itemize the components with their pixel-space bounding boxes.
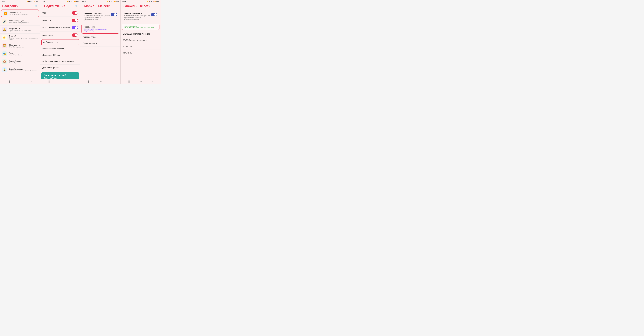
themes-subtitle: Темы · Обои · Значки (9, 54, 38, 56)
page-title-4: Мобильные сети (124, 4, 150, 8)
nav-bar-3: ||| ○ ‹ (80, 79, 120, 84)
panel-connections: 10:08 🔔 📵 🔊 📍 📶 95% ‹ Подключения 🔍 Wi-F… (40, 0, 80, 84)
connection-hotspot[interactable]: Мобильная точка доступа и модем (40, 58, 80, 64)
search-banner[interactable]: Ищете что-то другое? Samsung Cloud (41, 72, 79, 79)
status-bar-3: 10:08 🔔 📵 🔊 📍 📶 95% (80, 0, 120, 3)
search-icon-2[interactable]: 🔍 (75, 4, 78, 8)
connection-wifi[interactable]: Wi-Fi (40, 9, 80, 17)
status-bar-4: 10:08 🔔 📵 🔊 📍 📶 95% (120, 0, 160, 3)
nav-back-btn-3[interactable]: ‹ (110, 80, 114, 84)
wifi-toggle[interactable] (72, 11, 78, 14)
status-bar-2: 10:08 🔔 📵 🔊 📍 📶 95% (40, 0, 80, 3)
display-subtitle: Яркость · Комфорт для глаз · Навигационн… (9, 37, 38, 40)
status-icons-4: 🔔 📵 🔊 📍 📶 95% (147, 1, 159, 2)
network-mode-item[interactable]: Режим сети 5G/LTE/3G/2G (автоматическое … (82, 24, 119, 34)
nav-menu-btn-1[interactable]: ||| (7, 80, 11, 84)
nav-menu-btn-4[interactable]: ||| (127, 80, 132, 84)
connections-subtitle: Wi-Fi · Bluetooth · Авиарежим (10, 14, 37, 16)
search-icon-1[interactable]: 🔍 (35, 4, 38, 8)
network-dropdown-list: Данные в роуминге За использование мобил… (120, 9, 160, 79)
back-arrow-4[interactable]: ‹ (123, 4, 124, 8)
connection-nfc[interactable]: NFC и бесконтактные платежи (40, 24, 80, 32)
connections-list: Wi-Fi Bluetooth NFC и бесконтактные плат… (40, 9, 80, 79)
wifi-label: Wi-Fi (42, 12, 47, 14)
nav-home-btn-1[interactable]: ○ (19, 80, 22, 84)
nav-bar-4: ||| ○ ‹ (120, 79, 160, 84)
back-arrow-2[interactable]: ‹ (42, 4, 43, 8)
nav-back-btn-1[interactable]: ‹ (30, 80, 33, 84)
nfc-toggle[interactable] (72, 26, 78, 30)
dropdown-selected[interactable]: 5G/LTE/3G/2G (автоматическое по... ✓ (122, 24, 160, 30)
sound-title: Звуки и вибрация (9, 20, 38, 22)
dropdown-option-only2g[interactable]: Только 2G (120, 50, 160, 56)
connections-title: Подключения (10, 12, 37, 14)
nav-menu-btn-3[interactable]: ||| (87, 80, 91, 84)
status-time-1: 10:08 (2, 1, 5, 2)
connection-sim-manager[interactable]: Диспетчер SIM-карт (40, 52, 80, 58)
chevron-down-icon: ✓ (156, 26, 158, 28)
network-operators-title: Операторы сети (82, 42, 118, 44)
search-banner-title: Ищете что-то другое? (44, 74, 77, 76)
homescreen-icon: 🏠 (2, 59, 7, 64)
settings-item-notifications[interactable]: 🔔 Уведомления Строка состояния · Не бесп… (0, 26, 40, 34)
roaming-block: Данные в роуминге За использование мобил… (82, 10, 119, 23)
nav-home-btn-2[interactable]: ○ (59, 80, 63, 84)
settings-item-sound[interactable]: 🔊 Звуки и вибрация Режим звука · Мелодия… (0, 18, 40, 26)
nfc-label: NFC и бесконтактные платежи (42, 26, 70, 29)
back-arrow-3[interactable]: ‹ (82, 4, 84, 8)
status-bar-1: 10:08 🔔 📵 🔊 📍 📶 95% (0, 0, 40, 3)
data-usage-label: Использование данных (42, 48, 64, 50)
dropdown-option-lte[interactable]: LTE/3G/2G (автоподключение) (120, 31, 160, 37)
bluetooth-toggle[interactable] (72, 18, 78, 22)
page-header-4: ‹ Мобильные сети (120, 3, 160, 9)
settings-item-homescreen[interactable]: 🏠 Главный экран Макет · Индикаторы на зн… (0, 58, 40, 66)
settings-item-connections[interactable]: 📶 Подключения Wi-Fi · Bluetooth · Авиаре… (1, 10, 39, 17)
nav-home-btn-4[interactable]: ○ (139, 80, 143, 84)
network-mode-subtitle: 5G/LTE/3G/2G (автоматическое подключение… (84, 28, 117, 32)
connection-airplane[interactable]: Авиарежим (40, 32, 80, 39)
notifications-icon: 🔔 (2, 27, 7, 32)
status-time-4: 10:08 (122, 1, 126, 2)
roaming-toggle[interactable] (111, 13, 117, 16)
settings-item-lockscreen[interactable]: 🔒 Экран блокировки Тип блокировки экрана… (0, 66, 40, 74)
connection-other[interactable]: Другие настройки (40, 64, 80, 71)
roaming-toggle-4[interactable] (151, 13, 157, 16)
lockscreen-title: Экран блокировки (9, 68, 38, 70)
airplane-toggle[interactable] (72, 34, 78, 37)
status-icons-2: 🔔 📵 🔊 📍 📶 95% (66, 1, 78, 2)
wallpaper-title: Обои и стиль (9, 44, 38, 46)
page-title-2: Подключения (44, 4, 65, 8)
wallpaper-icon: 🖼️ (2, 43, 7, 48)
wallpaper-subtitle: Обои · Палитра цветов (9, 46, 38, 48)
bluetooth-label: Bluetooth (42, 19, 51, 22)
display-icon: ☀️ (2, 35, 7, 40)
connection-mobile-networks[interactable]: Мобильные сети (41, 39, 79, 45)
settings-list: 📶 Подключения Wi-Fi · Bluetooth · Авиаре… (0, 9, 40, 79)
dropdown-option-3g2g[interactable]: 3G/2G (автоподключение) (120, 37, 160, 44)
nav-back-btn-4[interactable]: ‹ (151, 80, 154, 84)
homescreen-subtitle: Макет · Индикаторы на значках (9, 62, 38, 64)
notifications-title: Уведомления (9, 28, 38, 30)
nav-back-btn-2[interactable]: ‹ (70, 80, 74, 84)
connection-bluetooth[interactable]: Bluetooth (40, 17, 80, 24)
search-banner-sub: Samsung Cloud (44, 77, 77, 79)
dropdown-option-only3g[interactable]: Только 3G (120, 44, 160, 50)
connection-data-usage[interactable]: Использование данных (40, 46, 80, 52)
other-settings-label: Другие настройки (42, 66, 58, 69)
nav-menu-btn-2[interactable]: ||| (47, 80, 51, 84)
roaming-desc-4: За использование мобильных данных в роум… (124, 15, 150, 21)
page-title-3: Мобильные сети (84, 4, 110, 8)
network-operators-item[interactable]: Операторы сети (80, 40, 120, 46)
settings-item-wallpaper[interactable]: 🖼️ Обои и стиль Обои · Палитра цветов (0, 42, 40, 50)
hotspot-label: Мобильная точка доступа и модем (42, 60, 74, 62)
access-points-item[interactable]: Точки доступа (80, 34, 120, 40)
page-header-3: ‹ Мобильные сети (80, 3, 120, 9)
mobile-networks-label: Мобильные сети (43, 41, 58, 44)
status-time-3: 10:08 (82, 1, 86, 2)
page-title-1: Настройки (2, 4, 18, 8)
nav-home-btn-3[interactable]: ○ (99, 80, 103, 84)
settings-item-display[interactable]: ☀️ Дисплей Яркость · Комфорт для глаз · … (0, 34, 40, 42)
settings-item-themes[interactable]: 🎭 Темы Темы · Обои · Значки (0, 50, 40, 58)
nav-bar-2: ||| ○ ‹ (40, 79, 80, 84)
display-title: Дисплей (9, 35, 38, 37)
